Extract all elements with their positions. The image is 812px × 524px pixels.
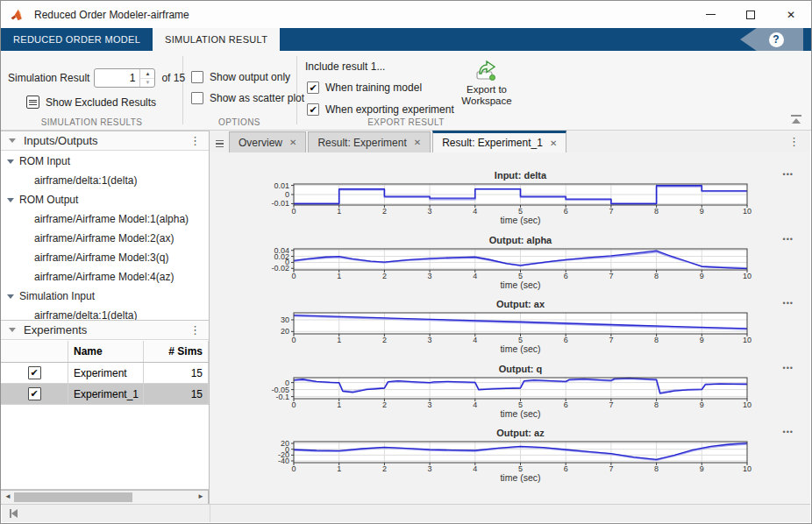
doc-tab-result-experiment-1[interactable]: Result: Experiment_1✕ — [432, 131, 566, 152]
show-output-only-option[interactable]: Show output only — [191, 71, 290, 83]
tree-item[interactable]: airframe/Airframe Model:4(az) — [1, 267, 209, 287]
of-total-label: of 15 — [161, 72, 185, 84]
chart-options-icon[interactable]: ••• — [783, 235, 794, 244]
chart-output-alpha: Output: alpha•••0123456789100.040.020-0.… — [260, 235, 806, 296]
spinner-up-icon[interactable]: ▲ — [140, 69, 154, 78]
chart-title: Output: q — [294, 364, 747, 376]
chart-title: Output: az — [294, 428, 747, 440]
show-output-only-checkbox[interactable] — [191, 71, 203, 83]
spinner-down-icon[interactable]: ▼ — [140, 78, 154, 88]
chart-xlabel: time (sec) — [294, 280, 747, 290]
chart-xlabel: time (sec) — [294, 472, 747, 483]
ribbon-tab-simulation-result[interactable]: SIMULATION RESULT — [153, 28, 280, 51]
show-excluded-toggle[interactable]: Show Excluded Results — [26, 96, 156, 109]
svg-text:-0.1: -0.1 — [275, 392, 289, 400]
maximize-button[interactable] — [730, 1, 771, 28]
tab-list-icon[interactable] — [216, 140, 224, 147]
chart-options-icon[interactable]: ••• — [783, 299, 794, 308]
collapse-left-panel-button[interactable] — [10, 509, 18, 518]
section-label-options: OPTIONS — [182, 117, 296, 127]
tree-item-label: ROM Output — [19, 194, 78, 206]
plot-area: Input: delta•••0123456789100.010-0.01tim… — [210, 152, 810, 506]
spinner-value[interactable]: 1 — [95, 69, 139, 87]
experiments-table-header: Name # Sims — [1, 341, 209, 363]
tree-collapse-icon[interactable] — [7, 294, 14, 299]
when-exporting-checkbox[interactable]: ✔ — [307, 103, 319, 116]
chart-options-icon[interactable]: ••• — [783, 428, 794, 436]
tree-collapse-icon[interactable] — [7, 159, 14, 164]
tree-item[interactable]: airframe/delta:1(delta) — [1, 171, 209, 190]
document-tab-bar: Overview✕Result: Experiment✕Result: Expe… — [210, 131, 810, 152]
tree-item-label: airframe/delta:1(delta) — [34, 309, 137, 320]
tree-item[interactable]: ROM Output — [1, 190, 209, 209]
close-button[interactable]: ✕ — [771, 1, 811, 28]
chart-output-ax: Output: ax•••0123456789103020time (sec) — [260, 299, 806, 360]
scroll-right-icon[interactable]: ► — [197, 492, 204, 500]
tree-item[interactable]: airframe/delta:1(delta) — [1, 306, 209, 320]
ribbon-tab-reduced-order-model[interactable]: REDUCED ORDER MODEL — [1, 28, 153, 51]
column-sims: # Sims — [144, 341, 209, 362]
collapse-panel-icon[interactable] — [9, 138, 16, 143]
experiment-checkbox[interactable]: ✔ — [28, 387, 41, 400]
scroll-left-icon[interactable]: ◄ — [4, 492, 11, 500]
scrollbar-thumb[interactable] — [14, 492, 132, 502]
show-excluded-label: Show Excluded Results — [46, 96, 156, 109]
tree-item[interactable]: airframe/Airframe Model:1(alpha) — [1, 209, 209, 229]
minimize-button[interactable] — [690, 1, 730, 28]
experiments-menu-icon[interactable]: ⋮ — [189, 323, 201, 336]
experiments-header[interactable]: Experiments ⋮ — [1, 320, 209, 340]
svg-text:20: 20 — [281, 327, 289, 336]
tree-item[interactable]: Simulation Input — [1, 287, 209, 306]
doc-tab-result-experiment[interactable]: Result: Experiment✕ — [308, 131, 431, 152]
chart-xlabel: time (sec) — [294, 408, 747, 419]
table-horizontal-scrollbar[interactable]: ◄ ► — [1, 490, 209, 505]
close-tab-icon[interactable]: ✕ — [289, 138, 296, 147]
column-name: Name — [68, 341, 144, 362]
help-button[interactable]: ? — [740, 28, 803, 51]
tree-item-label: airframe/Airframe Model:1(alpha) — [34, 213, 189, 225]
document-menu-icon[interactable]: ⋮ — [788, 135, 800, 148]
when-exporting-option[interactable]: ✔ When exporting experiment — [307, 103, 454, 116]
show-scatter-option[interactable]: Show as scatter plot — [191, 92, 304, 104]
tree-item[interactable]: airframe/Airframe Model:3(q) — [1, 248, 209, 267]
collapse-panel-icon[interactable] — [9, 328, 16, 332]
matlab-logo-icon — [11, 9, 25, 21]
window-controls: ✕ — [690, 1, 811, 28]
experiment-sims: 15 — [144, 384, 209, 404]
chart-options-icon[interactable]: ••• — [783, 364, 794, 372]
collapse-left-icon — [11, 509, 18, 518]
close-tab-icon[interactable]: ✕ — [550, 138, 557, 148]
tree-item-label: airframe/Airframe Model:3(q) — [34, 251, 168, 264]
chart-title: Output: alpha — [294, 235, 747, 247]
section-label-export-result: EXPORT RESULT — [296, 117, 516, 127]
doc-tab-overview[interactable]: Overview✕ — [229, 131, 306, 152]
experiment-name: Experiment_1 — [68, 384, 144, 404]
tree-item[interactable]: ROM Input — [1, 152, 209, 171]
experiment-row[interactable]: ✔Experiment15 — [1, 363, 209, 384]
maximize-icon — [746, 11, 755, 19]
when-training-option[interactable]: ✔ When training model — [307, 81, 422, 94]
tree-collapse-icon[interactable] — [7, 198, 14, 202]
doc-tab-label: Result: Experiment — [317, 137, 406, 149]
show-scatter-label: Show as scatter plot — [210, 92, 304, 104]
app-window: Reduced Order Modeler-airframe ✕ REDUCED… — [0, 0, 812, 524]
svg-text:0: 0 — [285, 190, 289, 199]
close-tab-icon[interactable]: ✕ — [414, 138, 421, 147]
tree-item[interactable]: airframe/Airframe Model:2(ax) — [1, 229, 209, 248]
svg-text:0.01: 0.01 — [274, 182, 289, 190]
experiment-row[interactable]: ✔Experiment_115 — [1, 384, 209, 405]
simulation-result-spinner: 1 ▲ ▼ — [94, 68, 155, 88]
svg-text:-0.02: -0.02 — [271, 264, 289, 273]
inputs-outputs-menu-icon[interactable]: ⋮ — [189, 134, 201, 147]
inputs-outputs-header[interactable]: Inputs/Outputs ⋮ — [1, 131, 209, 151]
show-scatter-checkbox[interactable] — [191, 92, 203, 104]
when-training-checkbox[interactable]: ✔ — [307, 81, 319, 94]
svg-text:30: 30 — [281, 315, 289, 324]
svg-text:-40: -40 — [278, 457, 289, 465]
collapse-toolstrip-button[interactable] — [789, 115, 803, 125]
svg-text:-0.01: -0.01 — [271, 199, 289, 208]
export-to-workspace-button[interactable]: Export to Workspace — [458, 58, 516, 124]
chart-options-icon[interactable]: ••• — [783, 170, 794, 179]
experiment-checkbox[interactable]: ✔ — [28, 366, 41, 379]
experiment-sims: 15 — [144, 363, 209, 383]
